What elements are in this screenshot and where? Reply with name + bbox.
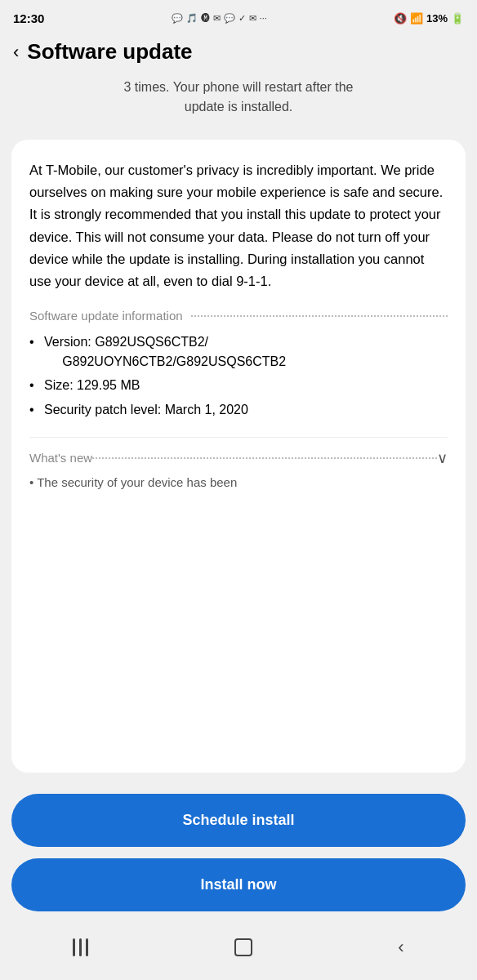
dotted-divider (191, 315, 448, 317)
home-button[interactable] (234, 938, 252, 956)
dotted-divider-2 (92, 457, 437, 459)
content-card: At T-Mobile, our customer's privacy is i… (11, 140, 466, 773)
status-icons: 💬 🎵 🅜 ✉ 💬 ✓ ✉ ··· (172, 13, 267, 24)
recents-button[interactable] (73, 938, 88, 956)
battery-text: 13% (426, 12, 448, 24)
list-item: Security patch level: March 1, 2020 (29, 399, 448, 421)
install-now-button[interactable]: Install now (11, 858, 466, 911)
update-info-header: Software update information (29, 309, 448, 323)
check-icon: ✓ (238, 13, 246, 24)
buttons-container: Schedule install Install now (0, 786, 477, 923)
signal-icon: 📶 (410, 12, 423, 24)
status-time: 12:30 (13, 11, 44, 25)
whats-new-preview: • The security of your device has been (29, 475, 448, 489)
whats-new-title: What's new (29, 451, 92, 465)
back-nav-icon: ‹ (398, 937, 403, 958)
whats-new-section: What's new ∨ • The security of your devi… (29, 437, 448, 489)
messenger-icon: 💬 (224, 13, 235, 24)
status-right: 🔇 📶 13% 🔋 (394, 12, 464, 24)
update-info-list: Version: G892USQS6CTB2/ G892UOYN6CTB2/G8… (29, 332, 448, 420)
schedule-install-button[interactable]: Schedule install (11, 794, 466, 847)
chat-icon: 💬 (172, 13, 183, 24)
navigation-bar: ‹ (0, 923, 477, 980)
list-item: Version: G892USQS6CTB2/ G892UOYN6CTB2/G8… (29, 332, 448, 372)
restart-notice: 3 times. Your phone will restart after t… (0, 74, 477, 133)
status-bar: 12:30 💬 🎵 🅜 ✉ 💬 ✓ ✉ ··· 🔇 📶 13% 🔋 (0, 0, 477, 33)
home-icon (234, 938, 252, 956)
page-title: Software update (27, 39, 192, 65)
back-button[interactable]: ‹ (13, 42, 19, 63)
mascot-icon: 🅜 (201, 13, 210, 23)
whats-new-header: What's new ∨ (29, 449, 448, 467)
more-icon: ··· (260, 13, 267, 23)
update-info-title: Software update information (29, 309, 183, 323)
mute-icon: 🔇 (394, 12, 407, 24)
mail-icon: ✉ (213, 13, 221, 24)
page-header: ‹ Software update (0, 33, 477, 74)
back-nav-button[interactable]: ‹ (398, 937, 403, 958)
audio-icon: 🎵 (186, 13, 198, 24)
list-item: Size: 129.95 MB (29, 375, 448, 396)
recents-icon (73, 938, 88, 956)
chevron-down-icon[interactable]: ∨ (437, 449, 448, 467)
battery-icon: 🔋 (451, 12, 464, 24)
privacy-text: At T-Mobile, our customer's privacy is i… (29, 159, 448, 292)
mail2-icon: ✉ (249, 13, 256, 24)
